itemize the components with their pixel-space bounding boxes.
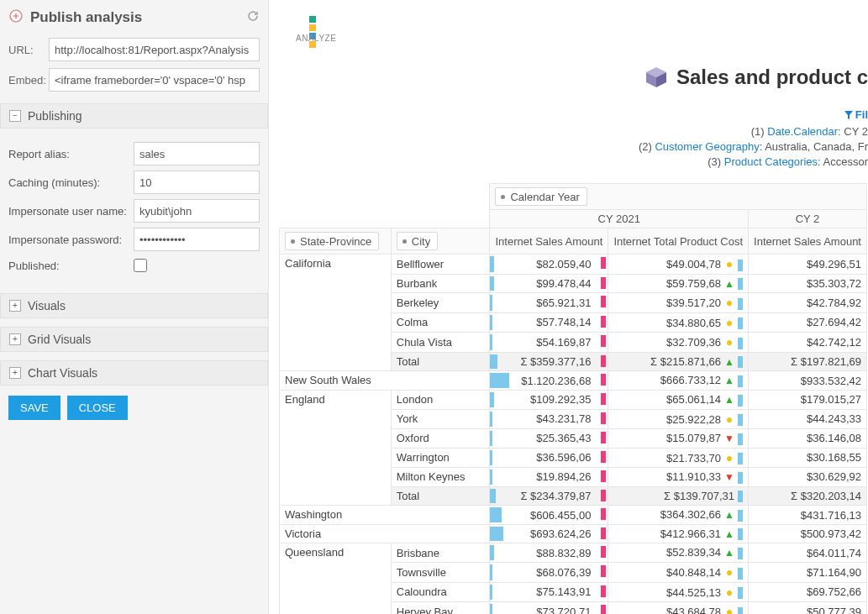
value-cell[interactable]: $54.169,87 [490, 333, 608, 353]
city-cell[interactable]: Townsville [391, 563, 490, 583]
value-cell[interactable]: $179.015,27 [749, 390, 867, 409]
city-cell[interactable]: Brisbane [391, 543, 490, 563]
value-cell[interactable]: $44.243,33 [749, 409, 867, 429]
table-row[interactable]: EnglandLondon$109.292,35$65.061,14▲$179.… [280, 390, 867, 409]
value-cell[interactable]: $65.061,14▲ [608, 390, 749, 409]
value-cell[interactable]: $11.910,33▼ [608, 468, 749, 487]
expand-icon[interactable]: + [9, 300, 21, 312]
value-cell[interactable]: $666.733,12▲ [608, 371, 749, 391]
value-cell[interactable]: $82.059,40 [490, 255, 608, 275]
filter-link[interactable]: Date.Calendar [767, 125, 838, 138]
state-cell[interactable]: Washington [280, 506, 490, 525]
value-cell[interactable]: $88.832,89 [490, 543, 608, 563]
city-cell[interactable]: Milton Keynes [391, 468, 490, 487]
value-cell[interactable]: $39.517,20● [608, 293, 749, 313]
filter-link[interactable]: Customer Geography [655, 140, 759, 153]
filter-link[interactable]: Product Categories [724, 155, 818, 168]
published-checkbox[interactable] [134, 259, 147, 272]
imp-pass-input[interactable] [134, 228, 260, 251]
city-cell[interactable]: Oxford [391, 429, 490, 449]
value-cell[interactable]: $50.777,39 [749, 602, 867, 614]
table-row[interactable]: CaliforniaBellflower$82.059,40$49.004,78… [280, 255, 867, 275]
value-cell[interactable]: $57.748,14 [490, 312, 608, 333]
value-cell[interactable]: $49.296,51 [749, 255, 867, 275]
table-row[interactable]: Victoria$693.624,26$412.966,31▲$500.973,… [280, 524, 867, 543]
value-cell[interactable]: $1.120.236,68 [490, 371, 608, 391]
filters-header[interactable]: Fil [844, 108, 868, 123]
section-publishing-head[interactable]: − Publishing [0, 103, 268, 129]
value-cell[interactable]: $25.922,28● [608, 409, 749, 429]
embed-input[interactable] [49, 68, 260, 92]
value-cell[interactable]: $65.921,31 [490, 293, 608, 313]
value-cell[interactable]: $431.716,13 [749, 506, 867, 525]
section-chartvisuals-head[interactable]: + Chart Visuals [0, 360, 268, 386]
city-cell[interactable]: Warrington [391, 448, 490, 468]
value-cell[interactable]: $412.966,31▲ [608, 524, 749, 543]
section-gridvisuals-head[interactable]: + Grid Visuals [0, 327, 268, 352]
state-cell[interactable]: Queensland [280, 543, 392, 614]
dim-calendar[interactable]: Calendar Year [495, 187, 587, 206]
city-cell[interactable]: Berkeley [391, 293, 490, 313]
value-cell[interactable]: $364.302,66▲ [608, 506, 749, 525]
value-cell[interactable]: $36.146,08 [749, 429, 867, 449]
analyze-button[interactable]: ANALYZE [296, 15, 336, 43]
refresh-icon[interactable] [246, 9, 260, 25]
year-header[interactable]: CY 2 [749, 210, 867, 228]
table-row[interactable]: New South Wales$1.120.236,68$666.733,12▲… [280, 371, 867, 391]
imp-user-input[interactable] [134, 199, 260, 223]
city-cell[interactable]: Colma [391, 312, 490, 333]
city-cell[interactable]: Total [391, 352, 490, 371]
value-cell[interactable]: $500.973,42 [749, 524, 867, 543]
city-cell[interactable]: Chula Vista [391, 333, 490, 353]
city-cell[interactable]: Bellflower [391, 255, 490, 275]
close-button[interactable]: CLOSE [67, 396, 128, 420]
save-button[interactable]: SAVE [8, 396, 60, 420]
dim-city[interactable]: City [397, 232, 438, 250]
value-cell[interactable]: $75.143,91 [490, 582, 608, 602]
value-cell[interactable]: $42.742,12 [749, 333, 867, 353]
city-cell[interactable]: York [391, 409, 490, 429]
section-visuals-head[interactable]: + Visuals [0, 293, 268, 318]
caching-input[interactable] [134, 171, 260, 194]
value-cell[interactable]: $15.079,87▼ [608, 429, 749, 449]
value-cell[interactable]: $69.752,66 [749, 582, 867, 602]
value-cell[interactable]: $27.694,42 [749, 312, 867, 333]
value-cell[interactable]: $30.629,92 [749, 468, 867, 487]
table-row[interactable]: QueenslandBrisbane$88.832,89$52.839,34▲$… [280, 543, 867, 563]
measure-header[interactable]: Internet Sales Amount [490, 228, 608, 255]
expand-icon[interactable]: + [9, 367, 21, 379]
city-cell[interactable]: Burbank [391, 274, 490, 293]
url-input[interactable] [49, 38, 260, 61]
year-header[interactable]: CY 2021 [490, 210, 749, 228]
value-cell[interactable]: $99.478,44 [490, 274, 608, 293]
state-cell[interactable]: California [280, 255, 392, 371]
value-cell[interactable]: $43.231,78 [490, 409, 608, 429]
value-cell[interactable]: $32.709,36● [608, 333, 749, 353]
value-cell[interactable]: Σ $215.871,66▲ [608, 352, 749, 371]
measure-header[interactable]: Internet Total Product Cost [608, 228, 749, 255]
value-cell[interactable]: $59.759,68▲ [608, 274, 749, 293]
value-cell[interactable]: $35.303,72 [749, 274, 867, 293]
value-cell[interactable]: Σ $139.707,31 [608, 486, 749, 506]
state-cell[interactable]: Victoria [280, 524, 490, 543]
value-cell[interactable]: $30.168,55 [749, 448, 867, 468]
value-cell[interactable]: Σ $359.377,16 [490, 352, 608, 371]
value-cell[interactable]: $693.624,26 [490, 524, 608, 543]
value-cell[interactable]: $21.733,70● [608, 448, 749, 468]
dim-state[interactable]: State-Province [285, 232, 379, 250]
value-cell[interactable]: $36.596,06 [490, 448, 608, 468]
value-cell[interactable]: $34.880,65● [608, 312, 749, 333]
value-cell[interactable]: $52.839,34▲ [608, 543, 749, 563]
value-cell[interactable]: Σ $197.821,69 [749, 352, 867, 371]
value-cell[interactable]: $44.525,13● [608, 582, 749, 602]
value-cell[interactable]: $19.894,26 [490, 468, 608, 487]
value-cell[interactable]: $49.004,78● [608, 255, 749, 275]
value-cell[interactable]: $68.076,39 [490, 563, 608, 583]
alias-input[interactable] [134, 142, 260, 165]
value-cell[interactable]: $40.848,14● [608, 563, 749, 583]
collapse-icon[interactable]: − [9, 110, 21, 122]
value-cell[interactable]: $25.365,43 [490, 429, 608, 449]
value-cell[interactable]: $64.011,74 [749, 543, 867, 563]
city-cell[interactable]: Hervey Bay [391, 602, 490, 614]
value-cell[interactable]: Σ $320.203,14 [749, 486, 867, 506]
